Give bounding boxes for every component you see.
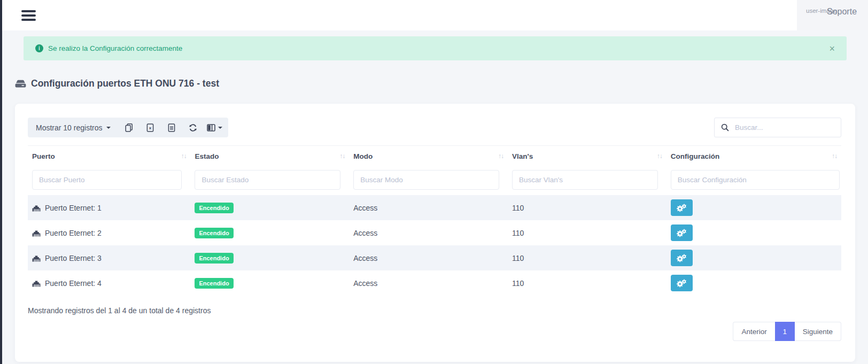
search-icon — [721, 123, 729, 131]
status-badge: Encendido — [195, 253, 233, 264]
sort-icon: ↑↓ — [657, 152, 662, 160]
column-header-configuracion[interactable]: Configuración ↑↓ — [666, 146, 841, 166]
copy-icon — [125, 123, 133, 132]
filter-estado-input[interactable] — [195, 170, 340, 190]
filter-modo-input[interactable] — [353, 170, 499, 190]
export-excel-button[interactable]: x — [140, 118, 161, 137]
column-label: Configuración — [671, 152, 720, 160]
cogs-icon — [676, 204, 687, 212]
content-area: i Se realizo la Configuración correctame… — [2, 30, 868, 362]
hamburger-menu-button[interactable] — [21, 10, 36, 21]
show-entries-label: Mostrar 10 registros — [36, 123, 102, 132]
hamburger-bar — [21, 10, 36, 12]
hamburger-bar — [21, 19, 36, 21]
port-name: Puerto Eternet: 3 — [45, 254, 102, 262]
port-mode: Access — [349, 220, 508, 245]
pagination: Anterior 1 Siguiente — [28, 322, 841, 341]
port-vlan: 110 — [508, 195, 666, 220]
toolbar-button-group: Mostrar 10 registros x — [28, 118, 228, 137]
table-card: Mostrar 10 registros x — [15, 104, 855, 362]
user-menu[interactable]: user-image Soporte — [797, 0, 868, 30]
info-icon: i — [35, 44, 43, 52]
alert-message: Se realizo la Configuración correctament… — [48, 44, 182, 52]
ethernet-icon — [32, 254, 41, 262]
close-icon[interactable]: × — [829, 44, 835, 53]
port-mode: Access — [349, 270, 508, 296]
port-name: Puerto Eternet: 4 — [45, 279, 102, 288]
table-header-row: Puerto ↑↓ Estado ↑↓ Modo ↑↓ Vlan's ↑↓ — [28, 146, 841, 166]
records-summary: Mostrando registros del 1 al 4 de un tot… — [28, 306, 841, 315]
caret-down-icon — [218, 127, 222, 129]
ethernet-icon — [32, 280, 41, 287]
cogs-icon — [676, 279, 687, 288]
column-header-vlans[interactable]: Vlan's ↑↓ — [508, 146, 666, 166]
caret-down-icon — [106, 127, 111, 129]
status-badge: Encendido — [195, 228, 233, 238]
port-name: Puerto Eternet: 2 — [45, 229, 102, 237]
pagination-page-1-button[interactable]: 1 — [775, 322, 795, 341]
export-file-button[interactable] — [161, 118, 182, 137]
port-vlan: 110 — [508, 245, 666, 270]
table-filter-row — [28, 166, 841, 195]
ethernet-icon — [32, 229, 41, 237]
global-search — [714, 118, 841, 137]
status-badge: Encendido — [195, 203, 233, 213]
pagination-next-button[interactable]: Siguiente — [795, 322, 841, 341]
columns-icon — [207, 123, 215, 132]
column-label: Puerto — [32, 152, 55, 160]
ports-table: Puerto ↑↓ Estado ↑↓ Modo ↑↓ Vlan's ↑↓ — [28, 145, 841, 296]
refresh-button[interactable] — [182, 118, 204, 137]
table-row: Puerto Eternet: 2 Encendido Access 110 — [28, 220, 841, 245]
user-name: Soporte — [827, 7, 857, 17]
success-alert: i Se realizo la Configuración correctame… — [24, 36, 847, 60]
sort-icon: ↑↓ — [339, 152, 345, 160]
file-text-icon — [167, 123, 176, 132]
column-label: Modo — [353, 152, 373, 160]
configure-port-button[interactable] — [671, 250, 693, 266]
table-row: Puerto Eternet: 3 Encendido Access 110 — [28, 245, 841, 270]
configure-port-button[interactable] — [671, 224, 693, 241]
copy-button[interactable] — [118, 118, 140, 137]
column-visibility-button[interactable] — [204, 118, 225, 137]
hamburger-bar — [21, 14, 36, 17]
page-title: Configuración puertos ETH ONU 716 - test — [31, 78, 219, 89]
column-header-puerto[interactable]: Puerto ↑↓ — [28, 146, 190, 166]
sort-icon: ↑↓ — [832, 152, 837, 160]
collapsed-sidebar — [0, 0, 2, 364]
column-header-modo[interactable]: Modo ↑↓ — [349, 146, 508, 166]
refresh-icon — [189, 123, 197, 132]
configure-port-button[interactable] — [671, 275, 693, 291]
pagination-previous-button[interactable]: Anterior — [733, 322, 774, 341]
page-header: Configuración puertos ETH ONU 716 - test — [15, 78, 855, 89]
column-header-estado[interactable]: Estado ↑↓ — [190, 146, 349, 166]
configure-port-button[interactable] — [671, 199, 693, 216]
table-row: Puerto Eternet: 1 Encendido Access 110 — [28, 195, 841, 220]
ethernet-icon — [32, 204, 41, 212]
port-vlan: 110 — [508, 270, 666, 296]
search-input[interactable] — [734, 123, 835, 132]
port-mode: Access — [349, 245, 508, 270]
port-mode: Access — [349, 195, 508, 220]
column-label: Estado — [195, 152, 219, 160]
cogs-icon — [676, 229, 687, 237]
filter-vlans-input[interactable] — [512, 170, 658, 190]
sort-icon: ↑↓ — [498, 152, 503, 160]
status-badge: Encendido — [195, 278, 233, 289]
top-navbar: user-image Soporte — [2, 0, 868, 30]
filter-configuracion-input[interactable] — [671, 170, 840, 190]
table-row: Puerto Eternet: 4 Encendido Access 110 — [28, 270, 841, 296]
show-entries-dropdown[interactable]: Mostrar 10 registros — [36, 123, 111, 132]
sort-icon: ↑↓ — [181, 152, 186, 160]
excel-file-icon: x — [146, 123, 154, 132]
port-vlan: 110 — [508, 220, 666, 245]
column-label: Vlan's — [512, 152, 533, 160]
hdd-icon — [15, 80, 26, 88]
port-name: Puerto Eternet: 1 — [45, 204, 102, 212]
cogs-icon — [676, 254, 687, 262]
svg-text:x: x — [149, 126, 152, 130]
table-toolbar: Mostrar 10 registros x — [28, 118, 841, 137]
filter-puerto-input[interactable] — [32, 170, 182, 190]
